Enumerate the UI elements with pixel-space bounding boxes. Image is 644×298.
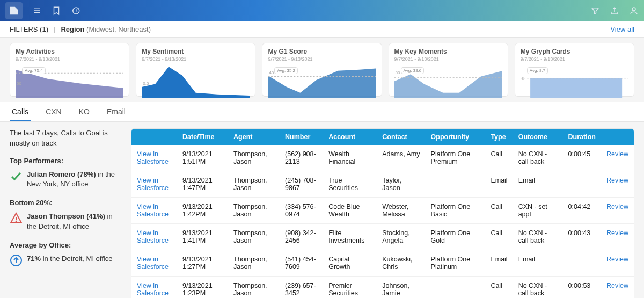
cell-agent: Thompson, Jason bbox=[228, 250, 280, 277]
cell-account: Premier Securities bbox=[323, 277, 377, 299]
cell-duration: 0:04:42 bbox=[563, 198, 601, 224]
calls-table: Date/Time Agent Number Account Contact O… bbox=[131, 128, 634, 298]
chart-cards-row: My Activities 9/7/2021 - 9/13/2021 50 Av… bbox=[0, 38, 644, 101]
table-row: View in Salesforce9/13/2021 1:27PMThomps… bbox=[131, 250, 634, 277]
svg-point-2 bbox=[632, 8, 635, 11]
cell-number: (239) 657-3452 bbox=[280, 277, 323, 299]
filter-strip: FILTERS (1) | Region (Midwest, Northeast… bbox=[0, 21, 644, 38]
cell-type: Call bbox=[485, 198, 513, 224]
review-link[interactable]: Review bbox=[601, 145, 634, 171]
cell-type: Email bbox=[485, 250, 513, 277]
card-key-moments[interactable]: My Key Moments 9/7/2021 - 9/13/2021 50 A… bbox=[389, 43, 508, 97]
review-link[interactable]: Review bbox=[601, 198, 634, 224]
cell-contact: Taylor, Jason bbox=[377, 171, 425, 198]
cell-number: (334) 576-0974 bbox=[280, 198, 323, 224]
warning-icon bbox=[10, 212, 23, 232]
cell-contact: Kukowski, Chris bbox=[377, 250, 425, 277]
table-row: View in Salesforce9/13/2021 1:42PMThomps… bbox=[131, 198, 634, 224]
card-activities[interactable]: My Activities 9/7/2021 - 9/13/2021 50 Av… bbox=[10, 43, 129, 97]
table-row: View in Salesforce9/13/2021 1:23PMThomps… bbox=[131, 277, 634, 299]
card-sentiment[interactable]: My Sentiment 9/7/2021 - 9/13/2021 0.5 bbox=[136, 43, 255, 97]
table-row: View in Salesforce9/13/2021 1:47PMThomps… bbox=[131, 171, 634, 198]
review-link[interactable]: Review bbox=[601, 171, 634, 198]
card-g1-score[interactable]: My G1 Score 9/7/2021 - 9/13/2021 40 Avg:… bbox=[262, 43, 382, 97]
cell-number: (541) 454-7609 bbox=[280, 250, 323, 277]
summary-sidebar: The last 7 days, Calls to Goal is mostly… bbox=[10, 128, 121, 298]
cell-contact: Webster, Melissa bbox=[377, 198, 425, 224]
cell-agent: Thompson, Jason bbox=[228, 198, 280, 224]
tab-calls[interactable]: Calls bbox=[10, 102, 31, 121]
cell-duration: 0:00:53 bbox=[563, 277, 601, 299]
cell-opportunity bbox=[426, 171, 486, 198]
arrow-up-circle-icon bbox=[10, 254, 23, 270]
cell-agent: Thompson, Jason bbox=[228, 145, 280, 171]
bottom-heading: Bottom 20%: bbox=[10, 198, 121, 208]
cell-account: True Securities bbox=[323, 171, 377, 198]
table-row: View in Salesforce9/13/2021 1:51PMThomps… bbox=[131, 145, 634, 171]
cell-number: (908) 342-2456 bbox=[280, 224, 323, 250]
brand-logo[interactable] bbox=[5, 2, 23, 19]
cell-type: Call bbox=[485, 277, 513, 299]
cell-account: Code Blue Wealth bbox=[323, 198, 377, 224]
review-link[interactable]: Review bbox=[601, 277, 634, 299]
cell-agent: Thompson, Jason bbox=[228, 224, 280, 250]
bookmark-icon[interactable] bbox=[52, 6, 61, 16]
cell-opportunity bbox=[426, 277, 486, 299]
summary-intro: The last 7 days, Calls to Goal is mostly… bbox=[10, 128, 121, 149]
filter-icon[interactable] bbox=[590, 6, 600, 16]
view-in-salesforce-link[interactable]: View in Salesforce bbox=[131, 171, 177, 198]
tab-cxn[interactable]: CXN bbox=[43, 102, 64, 121]
view-in-salesforce-link[interactable]: View in Salesforce bbox=[131, 277, 177, 299]
user-icon[interactable] bbox=[629, 6, 639, 16]
top-bar bbox=[0, 0, 644, 21]
cell-datetime: 9/13/2021 1:27PM bbox=[177, 250, 228, 277]
cell-opportunity: Platform One Gold bbox=[426, 224, 486, 250]
table-row: View in Salesforce9/13/2021 1:41PMThomps… bbox=[131, 224, 634, 250]
tabs: Calls CXN KO Email bbox=[0, 102, 644, 122]
cell-account: Elite Investments bbox=[323, 224, 377, 250]
cell-opportunity: Platform One Basic bbox=[426, 198, 486, 224]
sparkline-sentiment bbox=[142, 64, 250, 98]
filter-region-label: Region bbox=[61, 25, 84, 33]
cell-contact: Adams, Amy bbox=[377, 145, 425, 171]
top-performers-heading: Top Performers: bbox=[10, 156, 121, 166]
filters-count[interactable]: FILTERS (1) bbox=[10, 25, 48, 33]
view-in-salesforce-link[interactable]: View in Salesforce bbox=[131, 198, 177, 224]
card-gryph-cards[interactable]: My Gryph Cards 9/7/2021 - 9/13/2021 8 Av… bbox=[515, 43, 634, 97]
cell-type: Email bbox=[485, 171, 513, 198]
cell-duration: 0:00:43 bbox=[563, 224, 601, 250]
cell-duration bbox=[563, 171, 601, 198]
cell-outcome: Email bbox=[513, 171, 563, 198]
cell-opportunity: Platform One Premium bbox=[426, 145, 486, 171]
cell-contact: Johnson, Jamie bbox=[377, 277, 425, 299]
filter-region-value: (Midwest, Northeast) bbox=[86, 25, 151, 33]
cell-agent: Thompson, Jason bbox=[228, 171, 280, 198]
view-in-salesforce-link[interactable]: View in Salesforce bbox=[131, 250, 177, 277]
cell-outcome: No CXN - call back bbox=[513, 277, 563, 299]
view-in-salesforce-link[interactable]: View in Salesforce bbox=[131, 145, 177, 171]
tab-email[interactable]: Email bbox=[105, 102, 128, 121]
table-header-row: Date/Time Agent Number Account Contact O… bbox=[131, 129, 634, 145]
cell-datetime: 9/13/2021 1:23PM bbox=[177, 277, 228, 299]
review-link[interactable]: Review bbox=[601, 250, 634, 277]
tab-ko[interactable]: KO bbox=[77, 102, 92, 121]
list-icon[interactable] bbox=[32, 6, 42, 16]
cell-account: Wealth Financial bbox=[323, 145, 377, 171]
cell-outcome: CXN - set appt bbox=[513, 198, 563, 224]
cell-number: (562) 908-2113 bbox=[280, 145, 323, 171]
cell-datetime: 9/13/2021 1:47PM bbox=[177, 171, 228, 198]
share-icon[interactable] bbox=[610, 6, 619, 16]
cell-datetime: 9/13/2021 1:42PM bbox=[177, 198, 228, 224]
cell-datetime: 9/13/2021 1:41PM bbox=[177, 224, 228, 250]
review-link[interactable]: Review bbox=[601, 224, 634, 250]
cell-type: Call bbox=[485, 224, 513, 250]
cell-agent: Thompson, Jason bbox=[228, 277, 280, 299]
avg-heading: Average by Office: bbox=[10, 241, 121, 251]
cell-duration: 0:00:45 bbox=[563, 145, 601, 171]
history-icon[interactable] bbox=[71, 6, 80, 16]
view-all-link[interactable]: View all bbox=[610, 25, 634, 33]
view-in-salesforce-link[interactable]: View in Salesforce bbox=[131, 224, 177, 250]
cell-number: (245) 708-9867 bbox=[280, 171, 323, 198]
cell-account: Capital Growth bbox=[323, 250, 377, 277]
cell-duration bbox=[563, 250, 601, 277]
